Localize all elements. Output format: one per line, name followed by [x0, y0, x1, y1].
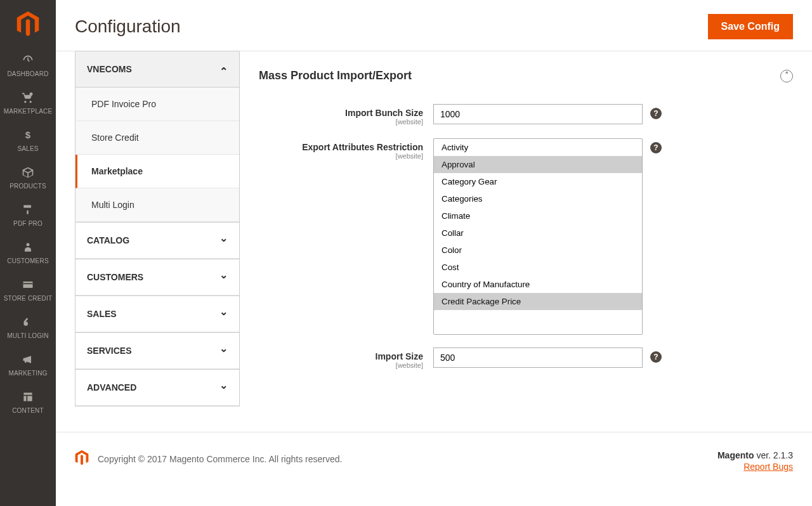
fieldset-toggle[interactable]: Mass Product Import/Export: [259, 69, 793, 91]
scope-label: [website]: [259, 118, 423, 126]
chevron-down-icon: [219, 272, 228, 282]
svg-rect-10: [23, 396, 26, 401]
section-title: CUSTOMERS: [87, 272, 143, 282]
row-import-bunch-size: Import Bunch Size [website] ?: [259, 104, 793, 126]
nav-marketplace[interactable]: MARKETPLACE: [0, 85, 56, 122]
nav-label: CONTENT: [3, 407, 53, 414]
select-option[interactable]: Credit Package Price: [434, 293, 642, 310]
megaphone-icon: [3, 353, 53, 367]
nav-sales[interactable]: $ SALES: [0, 122, 56, 160]
nav-store-credit[interactable]: STORE CREDIT: [0, 272, 56, 309]
tab-store-credit[interactable]: Store Credit: [75, 121, 239, 155]
svg-rect-9: [23, 392, 32, 394]
nav-dashboard[interactable]: DASHBOARD: [0, 48, 56, 85]
product-name: Magento: [717, 450, 754, 460]
chevron-down-icon: [219, 382, 228, 392]
version-text: Magento ver. 2.1.3: [717, 450, 793, 460]
scope-label: [website]: [259, 152, 423, 160]
section-title: VNECOMS: [87, 64, 132, 74]
select-export-attributes[interactable]: ActivityApprovalCategory GearCategoriesC…: [433, 138, 643, 335]
copyright-text: Copyright © 2017 Magento Commerce Inc. A…: [98, 454, 342, 464]
section-title: ADVANCED: [87, 382, 136, 392]
dollar-icon: $: [3, 129, 53, 143]
select-option[interactable]: Activity: [434, 139, 642, 156]
select-option[interactable]: Approval: [434, 156, 642, 173]
page-header: Configuration Save Config: [56, 0, 812, 51]
row-export-attributes: Export Attributes Restriction [website] …: [259, 138, 793, 335]
config-section-sales[interactable]: SALES: [75, 295, 239, 332]
nav-multi-login[interactable]: MULTI LOGIN: [0, 309, 56, 347]
help-icon[interactable]: ?: [650, 142, 662, 153]
chevron-down-icon: [219, 346, 228, 356]
key-icon: [3, 316, 53, 330]
fieldset-title: Mass Product Import/Export: [259, 69, 412, 82]
select-option[interactable]: Climate: [434, 207, 642, 224]
input-import-bunch-size[interactable]: [433, 104, 643, 124]
nav-label: CUSTOMERS: [3, 257, 53, 264]
label-export-attributes: Export Attributes Restriction: [302, 142, 423, 152]
config-subitems: PDF Invoice Pro Store Credit Marketplace…: [75, 88, 239, 222]
nav-customers[interactable]: CUSTOMERS: [0, 235, 56, 272]
magento-logo-small: [75, 450, 89, 467]
report-bugs-link[interactable]: Report Bugs: [717, 462, 793, 472]
help-icon[interactable]: ?: [650, 108, 662, 119]
chevron-down-icon: [219, 309, 228, 319]
svg-rect-3: [27, 211, 29, 214]
select-option[interactable]: Country of Manufacture: [434, 276, 642, 293]
svg-rect-11: [27, 396, 32, 401]
nav-marketing[interactable]: MARKETING: [0, 347, 56, 384]
nav-products[interactable]: PRODUCTS: [0, 160, 56, 197]
config-section-services[interactable]: SERVICES: [75, 332, 239, 369]
select-option[interactable]: Collar: [434, 224, 642, 242]
scope-label: [website]: [259, 361, 423, 369]
page-footer: Copyright © 2017 Magento Commerce Inc. A…: [56, 432, 812, 490]
layout-icon: [3, 391, 53, 405]
select-option[interactable]: Categories: [434, 190, 642, 207]
person-icon: [3, 241, 53, 255]
config-section-customers[interactable]: CUSTOMERS: [75, 259, 239, 295]
tab-pdf-invoice-pro[interactable]: PDF Invoice Pro: [75, 88, 239, 121]
section-title: SALES: [87, 309, 117, 319]
cart-gear-icon: [3, 91, 53, 105]
select-option[interactable]: Cost: [434, 259, 642, 276]
chevron-down-icon: [219, 235, 228, 245]
nav-label: MULTI LOGIN: [3, 332, 53, 339]
svg-rect-5: [23, 282, 33, 288]
label-import-size: Import Size: [376, 351, 423, 361]
nav-label: SALES: [3, 145, 53, 152]
page-title: Configuration: [75, 16, 181, 37]
paint-roller-icon: [3, 204, 53, 217]
nav-label: PRODUCTS: [3, 183, 53, 190]
nav-content[interactable]: CONTENT: [0, 384, 56, 422]
svg-point-0: [30, 93, 33, 96]
nav-label: MARKETPLACE: [3, 108, 53, 115]
config-content: Mass Product Import/Export Import Bunch …: [259, 51, 793, 406]
svg-text:$: $: [25, 129, 31, 140]
config-section-advanced[interactable]: ADVANCED: [75, 369, 239, 406]
nav-label: MARKETING: [3, 370, 53, 377]
credit-card-icon: [3, 278, 53, 292]
row-import-size: Import Size [website] ?: [259, 347, 793, 369]
magento-logo[interactable]: [0, 0, 56, 48]
section-title: SERVICES: [87, 346, 132, 356]
collapse-icon: [780, 70, 793, 82]
label-import-bunch-size: Import Bunch Size: [345, 108, 423, 118]
nav-label: DASHBOARD: [3, 70, 53, 77]
select-option[interactable]: Color: [434, 242, 642, 259]
help-icon[interactable]: ?: [650, 351, 662, 363]
nav-label: PDF PRO: [3, 220, 53, 227]
input-import-size[interactable]: [433, 347, 643, 368]
save-config-button[interactable]: Save Config: [708, 14, 793, 39]
section-title: CATALOG: [87, 235, 129, 245]
svg-rect-6: [23, 283, 33, 285]
config-tabs: VNECOMS PDF Invoice Pro Store Credit Mar…: [75, 51, 240, 406]
select-option[interactable]: Category Gear: [434, 173, 642, 190]
admin-left-nav: DASHBOARD MARKETPLACE $ SALES PRODUCTS P…: [0, 0, 56, 490]
chevron-up-icon: [219, 64, 228, 74]
tab-multi-login[interactable]: Multi Login: [75, 188, 239, 222]
nav-pdf-pro[interactable]: PDF PRO: [0, 197, 56, 235]
config-section-catalog[interactable]: CATALOG: [75, 222, 239, 259]
dashboard-icon: [3, 54, 53, 68]
config-section-vnecoms[interactable]: VNECOMS: [75, 51, 239, 88]
tab-marketplace[interactable]: Marketplace: [75, 155, 239, 188]
